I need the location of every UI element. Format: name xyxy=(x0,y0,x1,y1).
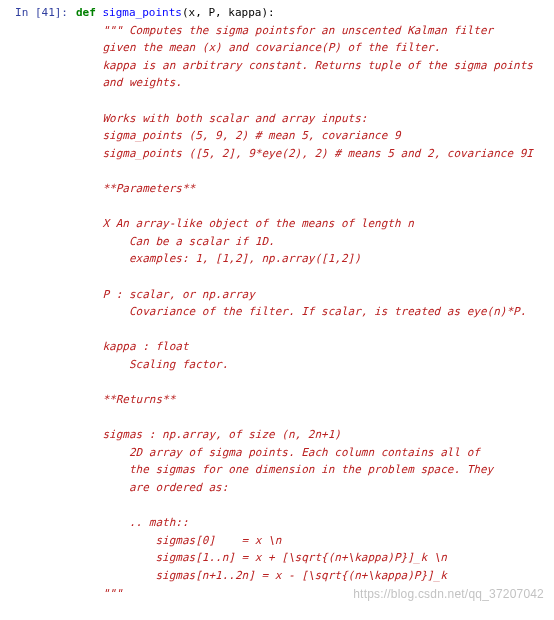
input-prompt: In [41]: xyxy=(4,4,76,620)
docstring-line: X An array-like object of the means of l… xyxy=(103,217,414,230)
docstring-line: Covariance of the filter. If scalar, is … xyxy=(129,305,526,318)
docstring-line: and weights. xyxy=(103,76,182,89)
docstring-close: """ xyxy=(103,587,123,600)
docstring-line: given the mean (x) and covariance(P) of … xyxy=(103,41,441,54)
params: (x, P, kappa): xyxy=(182,6,275,19)
docstring-line: the sigmas for one dimension in the prob… xyxy=(129,463,493,476)
docstring-line: sigmas[n+1..2n] = x - [\sqrt{(n+\kappa)P… xyxy=(155,569,446,582)
docstring-line: """ Computes the sigma pointsfor an unsc… xyxy=(103,24,494,37)
docstring-line: sigma_points ([5, 2], 9*eye(2), 2) # mea… xyxy=(103,147,533,160)
docstring-line: **Parameters** xyxy=(103,182,196,195)
docstring-line: sigmas[0] = x \n xyxy=(155,534,281,547)
docstring-line: .. math:: xyxy=(129,516,189,529)
docstring-line: **Returns** xyxy=(103,393,176,406)
docstring-line: Scaling factor. xyxy=(129,358,228,371)
docstring-line: sigmas[1..n] = x + [\sqrt{(n+\kappa)P}]_… xyxy=(155,551,446,564)
code-content: def sigma_points(x, P, kappa): """ Compu… xyxy=(76,4,554,620)
docstring-line: Works with both scalar and array inputs: xyxy=(103,112,368,125)
docstring-line: sigma_points (5, 9, 2) # mean 5, covaria… xyxy=(103,129,401,142)
notebook-cell: In [41]: def sigma_points(x, P, kappa): … xyxy=(0,0,554,620)
docstring-line: sigmas : np.array, of size (n, 2n+1) xyxy=(103,428,341,441)
docstring-line: kappa : float xyxy=(103,340,189,353)
keyword-def: def xyxy=(76,6,96,19)
docstring-line: examples: 1, [1,2], np.array([1,2]) xyxy=(129,252,361,265)
docstring-line: 2D array of sigma points. Each column co… xyxy=(129,446,480,459)
function-name: sigma_points xyxy=(103,6,182,19)
docstring-line: Can be a scalar if 1D. xyxy=(129,235,275,248)
docstring-line: kappa is an arbitrary constant. Returns … xyxy=(103,59,533,72)
docstring-line: P : scalar, or np.array xyxy=(103,288,255,301)
docstring-line: are ordered as: xyxy=(129,481,228,494)
